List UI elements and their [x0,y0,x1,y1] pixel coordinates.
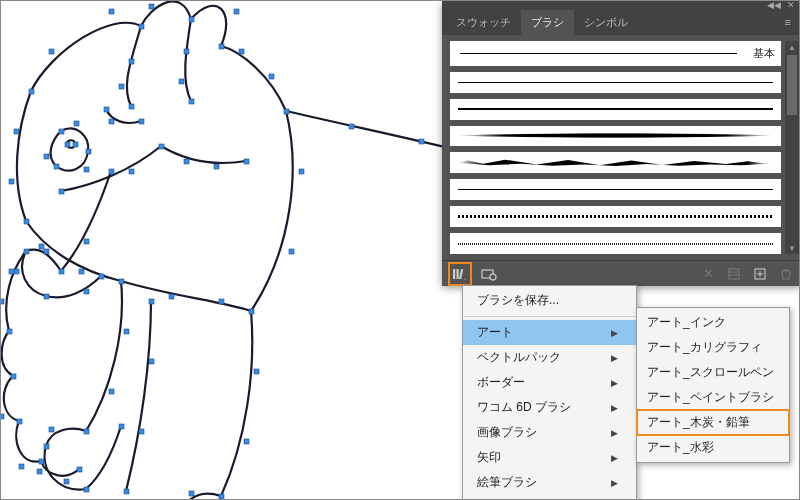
brush-list[interactable]: 基本 ▲ ▼ [442,35,800,260]
brush-preset[interactable] [450,179,781,200]
brush-preset[interactable] [450,152,781,173]
svg-rect-52 [44,444,49,449]
svg-rect-45 [44,249,49,254]
menu-save-brushes[interactable]: ブラシを保存... [463,288,636,313]
svg-rect-26 [86,149,91,154]
menu-paintbrush[interactable]: 絵筆ブラシ▶ [463,470,636,495]
svg-rect-18 [129,104,134,109]
menu-image-brush[interactable]: 画像ブラシ▶ [463,420,636,445]
library-button-highlight: . [448,262,472,286]
submenu-art-scrollpen[interactable]: アート_スクロールペン [637,360,789,385]
svg-rect-48 [124,329,129,334]
svg-rect-11 [269,74,274,79]
remove-brush-stroke-icon[interactable]: ✕ [699,265,717,283]
menu-wacom-6d[interactable]: ワコム 6D ブラシ▶ [463,395,636,420]
svg-rect-76 [64,479,69,484]
svg-rect-86 [244,159,249,164]
svg-rect-78 [139,119,144,124]
svg-rect-0 [29,89,34,94]
svg-rect-46 [79,269,84,274]
brush-preset[interactable] [450,126,781,147]
svg-text:.: . [464,274,466,281]
svg-rect-20 [179,79,184,84]
svg-rect-59 [189,491,194,496]
svg-rect-43 [289,249,294,254]
brush-basic[interactable]: 基本 [450,41,781,66]
svg-rect-88 [457,269,459,279]
submenu-art-paintbrush[interactable]: アート_ペイントブラシ [637,385,789,410]
menu-item-label: アート_スクロールペン [647,364,774,381]
brush-preset[interactable] [450,233,781,254]
menu-vector-pack[interactable]: ベクトルパック▶ [463,345,636,370]
menu-item-label: 画像ブラシ [477,424,537,441]
brush-library-menu: ブラシを保存... アート▶ ベクトルパック▶ ボーダー▶ ワコム 6D ブラシ… [462,285,637,500]
svg-rect-32 [24,219,29,224]
submenu-arrow-icon: ▶ [611,328,618,338]
scroll-down-icon[interactable]: ▼ [785,242,799,254]
svg-rect-47 [119,279,124,284]
svg-rect-42 [299,169,304,174]
delete-brush-icon[interactable] [777,265,795,283]
scroll-thumb[interactable] [787,55,797,115]
svg-rect-57 [244,439,249,444]
menu-item-label: ブラシを保存... [477,292,559,309]
submenu-art-watercolor[interactable]: アート_水彩 [637,435,789,460]
svg-rect-84 [184,159,189,164]
svg-rect-56 [254,369,259,374]
submenu-art-ink[interactable]: アート_インク [637,310,789,335]
menu-item-label: アート_ペイントブラシ [647,389,774,406]
submenu-arrow-icon: ▶ [611,428,618,438]
tab-brushes[interactable]: ブラシ [521,10,574,35]
brush-list-scrollbar[interactable]: ▲ ▼ [785,41,799,254]
svg-rect-39 [44,294,49,299]
brush-preset[interactable] [450,72,781,93]
svg-rect-27 [74,121,79,126]
svg-rect-34 [84,239,89,244]
submenu-art-calligraphy[interactable]: アート_カリグラフィ [637,335,789,360]
menu-art[interactable]: アート▶ [463,320,636,345]
submenu-arrow-icon: ▶ [611,478,618,488]
brush-library-icon[interactable]: . [451,265,469,283]
brush-options-icon[interactable] [725,265,743,283]
brush-preset[interactable] [450,206,781,227]
menu-decorative[interactable]: 装飾▶ [463,495,636,500]
svg-rect-64 [149,359,154,364]
svg-rect-62 [219,299,224,304]
svg-rect-67 [9,269,14,274]
vector-artwork[interactable] [0,0,491,500]
svg-rect-85 [214,164,219,169]
svg-rect-40 [84,289,89,294]
collapse-icon[interactable]: ◀◀ [767,0,781,10]
panel-menu-icon[interactable]: ≡ [775,16,800,28]
svg-rect-87 [453,269,455,279]
menu-arrow[interactable]: 矢印▶ [463,445,636,470]
svg-rect-75 [39,459,44,464]
close-panel-icon[interactable]: ✕ [787,0,795,10]
submenu-art-charcoal-pencil[interactable]: アート_木炭・鉛筆 [637,410,789,435]
tab-swatches[interactable]: スウォッチ [446,10,521,35]
svg-rect-73 [17,419,22,424]
panel-titlebar[interactable]: ◀◀ ✕ [442,1,800,9]
menu-item-label: ボーダー [477,374,525,391]
tab-symbols[interactable]: シンボル [574,10,638,35]
brush-basic-label: 基本 [753,46,775,61]
svg-rect-68 [0,299,4,304]
scroll-up-icon[interactable]: ▲ [785,41,799,53]
panel-footer: . ✕ [442,260,800,286]
svg-rect-19 [184,49,189,54]
svg-rect-33 [109,169,114,174]
brushes-panel: ◀◀ ✕ スウォッチ ブラシ シンボル ≡ 基本 ▲ ▼ . [442,1,800,286]
svg-rect-14 [419,139,424,144]
menu-item-label: アート_水彩 [647,439,714,456]
art-submenu: アート_インク アート_カリグラフィ アート_スクロールペン アート_ペイントブ… [636,307,790,463]
svg-rect-21 [189,99,194,104]
svg-rect-58 [219,494,224,499]
libraries-cloud-icon[interactable] [480,265,498,283]
svg-rect-23 [44,154,49,159]
menu-item-label: アート_インク [647,314,726,331]
menu-border[interactable]: ボーダー▶ [463,370,636,395]
brush-preset[interactable] [450,99,781,120]
submenu-arrow-icon: ▶ [611,378,618,388]
svg-rect-6 [189,17,194,22]
new-brush-icon[interactable] [751,265,769,283]
